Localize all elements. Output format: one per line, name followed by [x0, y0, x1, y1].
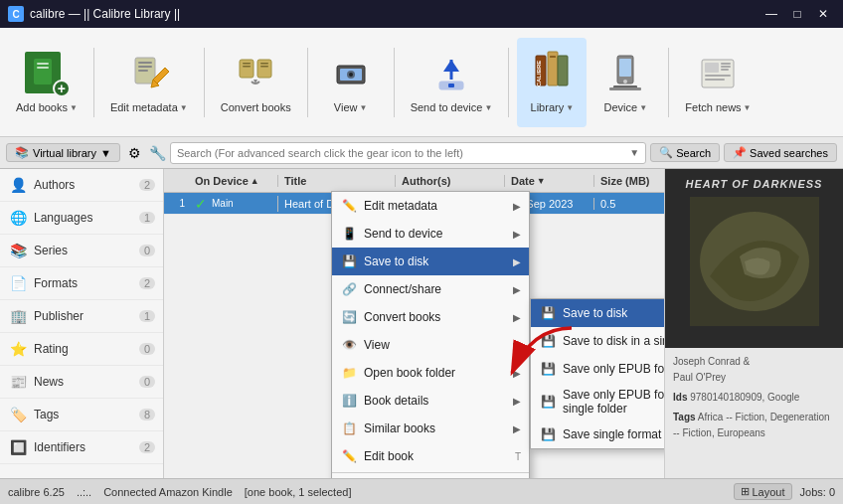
sidebar-item-news[interactable]: 📰 News 0	[0, 366, 163, 399]
submenu-save-epub-single[interactable]: 💾 Save only EPUB format to disk in a sin…	[531, 383, 664, 420]
sidebar-item-formats[interactable]: 📄 Formats 2	[0, 267, 163, 300]
svg-rect-37	[721, 66, 731, 68]
ctx-remove-books[interactable]: 🗑️ Remove books ▶	[332, 475, 529, 478]
ctx-folder-label: Open book folder	[364, 366, 507, 380]
ctx-convert-arrow: ▶	[513, 312, 521, 323]
submenu-save-single-format[interactable]: 💾 Save single format to disk...	[531, 420, 664, 448]
ctx-convert-books[interactable]: 🔄 Convert books ▶	[332, 303, 529, 331]
ctx-edit-metadata-label: Edit metadata	[364, 199, 507, 213]
toolbar-separator-4	[394, 48, 395, 117]
fetch-news-icon	[694, 50, 742, 97]
saved-searches-button[interactable]: 📌 Saved searches	[724, 143, 837, 162]
ctx-send-to-device[interactable]: 📱 Send to device ▶	[332, 220, 529, 248]
ctx-save-to-disk[interactable]: 💾 Save to disk ▶	[332, 248, 529, 275]
meta-tags-value: Africa -- Fiction, Degeneration -- Ficti…	[673, 412, 830, 438]
edit-metadata-label: Edit metadata	[110, 101, 178, 114]
view-button[interactable]: View ▼	[316, 38, 386, 127]
status-right: ⊞ Layout Jobs: 0	[734, 483, 836, 500]
column-header-title[interactable]: Title	[278, 175, 396, 187]
book-area: On Device ▲ Title Author(s) Date ▼ Size …	[164, 169, 664, 478]
svg-rect-1	[37, 63, 49, 65]
app-icon: C	[8, 6, 24, 22]
ctx-edit-book[interactable]: ✏️ Edit book T	[332, 442, 529, 470]
sidebar-item-publisher[interactable]: 🏢 Publisher 1	[0, 300, 163, 333]
toolbar-separator-2	[204, 48, 205, 117]
ctx-similar-arrow: ▶	[513, 423, 521, 434]
sidebar-item-authors[interactable]: 👤 Authors 2	[0, 169, 163, 202]
ctx-view[interactable]: 👁️ View ▶	[332, 331, 529, 359]
device-icon	[601, 50, 649, 97]
sidebar-item-identifiers[interactable]: 🔲 Identifiers 2	[0, 431, 163, 464]
layout-button[interactable]: ⊞ Layout	[734, 483, 792, 500]
identifiers-label: Identifiers	[34, 440, 133, 454]
send-to-device-label: Send to device	[411, 101, 483, 114]
book-cover-panel: HEART OF DARKNESS Joseph Conrad & Paul O…	[664, 169, 843, 478]
sidebar-item-series[interactable]: 📚 Series 0	[0, 235, 163, 267]
ctx-book-details[interactable]: ℹ️ Book details ▶	[332, 387, 529, 415]
maximize-button[interactable]: □	[785, 4, 809, 24]
ctx-open-folder[interactable]: 📁 Open book folder ▶	[332, 359, 529, 387]
edit-metadata-arrow: ▼	[180, 103, 188, 112]
sidebar-item-tags[interactable]: 🏷️ Tags 8	[0, 399, 163, 431]
main-content: 👤 Authors 2 🌐 Languages 1 📚 Series 0 📄 F…	[0, 169, 843, 478]
submenu-save-to-disk[interactable]: 💾 Save to disk	[531, 299, 664, 327]
submenu-save-epub[interactable]: 💾 Save only EPUB format to disk	[531, 355, 664, 383]
fetch-news-label: Fetch news	[685, 101, 741, 114]
search-input[interactable]	[177, 147, 629, 159]
fetch-news-button[interactable]: Fetch news ▼	[677, 38, 759, 127]
virtual-library-arrow: ▼	[100, 147, 111, 159]
rating-icon: ⭐	[8, 339, 28, 359]
column-header-size[interactable]: Size (MB)	[594, 175, 664, 187]
title-bar-controls: — □ ✕	[759, 4, 835, 24]
calibre-version: calibre 6.25	[8, 486, 65, 498]
identifiers-count: 2	[139, 441, 155, 453]
languages-count: 1	[139, 212, 155, 224]
sidebar-item-rating[interactable]: ⭐ Rating 0	[0, 333, 163, 366]
ctx-connect-share[interactable]: 🔗 Connect/share ▶	[332, 275, 529, 303]
minimize-button[interactable]: —	[759, 4, 783, 24]
convert-books-button[interactable]: Convert books	[213, 38, 299, 127]
meta-tags-label: Tags	[673, 412, 696, 422]
search-gear-icon[interactable]: 🔧	[149, 145, 166, 161]
toolbar-separator-6	[668, 48, 669, 117]
layout-label: Layout	[753, 486, 785, 498]
device-button[interactable]: Device ▼	[590, 38, 660, 127]
add-books-button[interactable]: + Add books ▼	[8, 38, 85, 127]
svg-rect-35	[705, 79, 725, 81]
submenu-save-single-format-label: Save single format to disk...	[563, 427, 664, 441]
ctx-similar-books[interactable]: 📋 Similar books ▶	[332, 415, 529, 442]
send-to-device-button[interactable]: Send to device ▼	[403, 38, 501, 127]
virtual-library-button[interactable]: 📚 Virtual library ▼	[6, 143, 120, 162]
sidebar-item-languages[interactable]: 🌐 Languages 1	[0, 202, 163, 235]
ctx-edit-book-label: Edit book	[364, 449, 509, 463]
edit-metadata-button[interactable]: Edit metadata ▼	[102, 38, 196, 127]
ctx-send-icon: 📱	[340, 225, 358, 243]
ctx-edit-book-icon: ✏️	[340, 447, 358, 465]
ctx-save-icon: 💾	[340, 252, 358, 270]
book-meta: Joseph Conrad & Paul O'Prey Ids 97801401…	[665, 348, 843, 447]
search-dropdown-arrow[interactable]: ▼	[629, 147, 639, 158]
ctx-save-label: Save to disk	[364, 254, 507, 268]
ctx-edit-metadata[interactable]: ✏️ Edit metadata ▶	[332, 192, 529, 220]
column-device-label: On Device	[195, 175, 249, 187]
library-button[interactable]: CALIBRE Library ▼	[517, 38, 587, 127]
column-header-author[interactable]: Author(s)	[396, 175, 505, 187]
languages-icon: 🌐	[8, 208, 28, 228]
column-header-date[interactable]: Date ▼	[505, 175, 594, 187]
column-header-device[interactable]: On Device ▲	[189, 175, 278, 187]
search-button[interactable]: 🔍 Search	[650, 143, 720, 162]
device-check-icon: ✓	[195, 196, 207, 212]
publisher-icon: 🏢	[8, 306, 28, 326]
ctx-similar-icon: 📋	[340, 420, 358, 437]
search-input-wrapper: ▼	[170, 142, 646, 164]
ctx-view-label: View	[364, 338, 507, 352]
close-button[interactable]: ✕	[811, 4, 835, 24]
svg-rect-24	[550, 56, 556, 58]
search-config-icon[interactable]: ⚙	[124, 143, 145, 163]
meta-ids-row: Ids 9780140180909, Google	[673, 390, 835, 406]
cover-title: HEART OF DARKNESS	[686, 177, 823, 191]
submenu-save-single-folder[interactable]: 💾 Save to disk in a single folder	[531, 327, 664, 355]
ctx-connect-label: Connect/share	[364, 282, 507, 296]
series-icon: 📚	[8, 241, 28, 260]
add-books-arrow: ▼	[70, 103, 78, 112]
